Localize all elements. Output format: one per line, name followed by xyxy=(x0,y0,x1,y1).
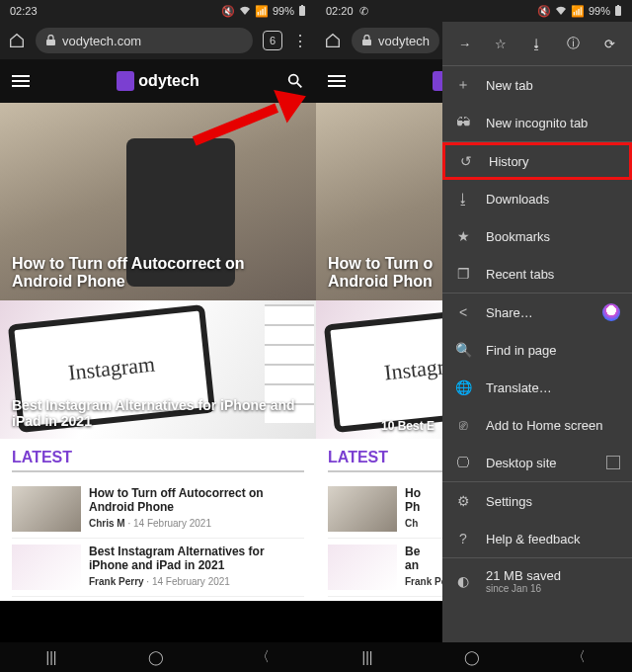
thumbnail xyxy=(12,486,81,532)
svg-rect-0 xyxy=(299,6,305,16)
home-icon[interactable] xyxy=(8,32,26,49)
menu-top-row: → ☆ ⭳ ⓘ ⟳ xyxy=(442,22,632,65)
find-icon: 🔍 xyxy=(454,342,472,358)
menu-history[interactable]: ↺ History xyxy=(442,142,632,180)
menu-help[interactable]: ? Help & feedback xyxy=(442,520,632,557)
menu-bookmarks[interactable]: ★ Bookmarks xyxy=(442,217,632,255)
article-title: Best Instagram Alternatives for iPhone a… xyxy=(12,397,304,429)
url-text: vodytech xyxy=(378,34,430,48)
browser-toolbar: vodytech.com 6 ⋮ xyxy=(0,22,316,59)
svg-rect-1 xyxy=(301,5,303,6)
list-item[interactable]: How to Turn off Autocorrect on Android P… xyxy=(12,480,304,539)
checkbox[interactable] xyxy=(606,456,620,469)
latest-heading: LATEST xyxy=(12,449,304,472)
whatsapp-icon: ✆ xyxy=(359,5,368,17)
article-title: 10 Best E xyxy=(381,419,434,433)
lock-icon xyxy=(361,35,372,46)
url-bar[interactable]: vodytech xyxy=(352,28,439,53)
signal-icon: 📶 xyxy=(571,5,585,18)
recents-button[interactable]: ||| xyxy=(362,649,373,665)
menu-incognito[interactable]: 🕶 New incognito tab xyxy=(442,104,632,141)
article-title: How to Turn off Autocorrect on Android P… xyxy=(12,255,304,291)
hamburger-icon[interactable] xyxy=(328,75,346,87)
clock: 02:20 ✆ xyxy=(326,5,368,18)
star-icon: ★ xyxy=(454,228,472,244)
menu-recent-tabs[interactable]: ❐ Recent tabs xyxy=(442,255,632,293)
battery-icon xyxy=(614,5,622,17)
download-icon[interactable]: ⭳ xyxy=(527,37,547,51)
home-button[interactable]: ◯ xyxy=(148,649,164,665)
plus-icon: ＋ xyxy=(454,76,472,94)
tabs-icon: ❐ xyxy=(454,266,472,282)
menu-translate[interactable]: 🌐 Translate… xyxy=(442,369,632,406)
brand-logo[interactable]: odytech xyxy=(117,71,198,91)
list-item[interactable]: Best Instagram Alternatives for iPhone a… xyxy=(12,539,304,597)
wifi-icon xyxy=(555,6,567,16)
menu-desktop-site[interactable]: 🖵 Desktop site xyxy=(442,444,632,481)
download-icon: ⭳ xyxy=(454,191,472,207)
android-navbar: ||| ◯ 〈 xyxy=(316,642,632,672)
mute-icon: 🔇 xyxy=(221,5,235,18)
translate-icon: 🌐 xyxy=(454,379,472,395)
android-navbar: ||| ◯ 〈 xyxy=(0,642,316,672)
svg-point-3 xyxy=(289,75,298,84)
svg-rect-6 xyxy=(362,40,371,45)
thumbnail xyxy=(12,545,81,590)
menu-data-saved[interactable]: ◐ 21 MB saved since Jan 16 xyxy=(442,558,632,604)
home-icon[interactable] xyxy=(324,32,342,49)
star-icon[interactable]: ☆ xyxy=(491,37,511,51)
back-button[interactable]: 〈 xyxy=(572,648,586,666)
help-icon: ? xyxy=(454,531,472,546)
menu-find-in-page[interactable]: 🔍 Find in page xyxy=(442,331,632,369)
site-header: odytech xyxy=(0,59,316,103)
status-bar: 02:23 🔇 📶 99% xyxy=(0,0,316,22)
thumbnail xyxy=(328,545,397,590)
svg-rect-4 xyxy=(615,6,621,16)
menu-button[interactable]: ⋮ xyxy=(292,32,308,50)
menu-add-home[interactable]: ⎚ Add to Home screen xyxy=(442,406,632,444)
latest-section: LATEST How to Turn off Autocorrect on An… xyxy=(0,439,316,601)
lock-icon xyxy=(45,35,56,46)
battery-pct: 99% xyxy=(273,5,294,17)
data-saver-icon: ◐ xyxy=(454,573,472,589)
phone-left: 02:23 🔇 📶 99% vodytech.com 6 ⋮ xyxy=(0,0,316,672)
recents-button[interactable]: ||| xyxy=(46,649,57,665)
menu-settings[interactable]: ⚙ Settings xyxy=(442,482,632,520)
featured-article-2[interactable]: Instagram Best Instagram Alternatives fo… xyxy=(0,300,316,439)
battery-icon xyxy=(298,5,306,17)
status-bar: 02:20 ✆ 🔇 📶 99% xyxy=(316,0,632,22)
battery-pct: 99% xyxy=(589,5,610,17)
featured-article-1[interactable]: How to Turn off Autocorrect on Android P… xyxy=(0,103,316,300)
tab-switcher[interactable]: 6 xyxy=(263,31,282,50)
gear-icon: ⚙ xyxy=(454,493,472,509)
signal-icon: 📶 xyxy=(255,5,269,18)
menu-downloads[interactable]: ⭳ Downloads xyxy=(442,180,632,217)
thumbnail xyxy=(328,486,397,532)
info-icon[interactable]: ⓘ xyxy=(564,35,584,52)
history-icon: ↺ xyxy=(457,153,475,169)
clock: 02:23 xyxy=(10,5,38,17)
desktop-icon: 🖵 xyxy=(454,455,472,470)
wifi-icon xyxy=(239,6,251,16)
share-icon: < xyxy=(454,304,472,320)
messenger-icon xyxy=(602,303,620,321)
menu-new-tab[interactable]: ＋ New tab xyxy=(442,66,632,104)
chrome-menu: → ☆ ⭳ ⓘ ⟳ ＋ New tab 🕶 New incognito tab … xyxy=(442,22,632,642)
mute-icon: 🔇 xyxy=(537,5,551,18)
menu-share[interactable]: < Share… xyxy=(442,294,632,331)
status-right: 🔇 📶 99% xyxy=(537,5,622,18)
url-bar[interactable]: vodytech.com xyxy=(36,28,253,53)
search-icon[interactable] xyxy=(286,72,304,90)
status-right: 🔇 📶 99% xyxy=(221,5,306,18)
phone-right: 02:20 ✆ 🔇 📶 99% vodytech odytech How to … xyxy=(316,0,632,672)
forward-icon[interactable]: → xyxy=(454,37,474,51)
home-button[interactable]: ◯ xyxy=(464,649,480,665)
svg-rect-5 xyxy=(617,5,619,6)
url-text: vodytech.com xyxy=(62,34,141,48)
add-home-icon: ⎚ xyxy=(454,417,472,433)
svg-rect-2 xyxy=(46,40,55,45)
hamburger-icon[interactable] xyxy=(12,75,30,87)
back-button[interactable]: 〈 xyxy=(256,648,270,666)
refresh-icon[interactable]: ⟳ xyxy=(600,37,620,51)
incognito-icon: 🕶 xyxy=(454,115,472,130)
